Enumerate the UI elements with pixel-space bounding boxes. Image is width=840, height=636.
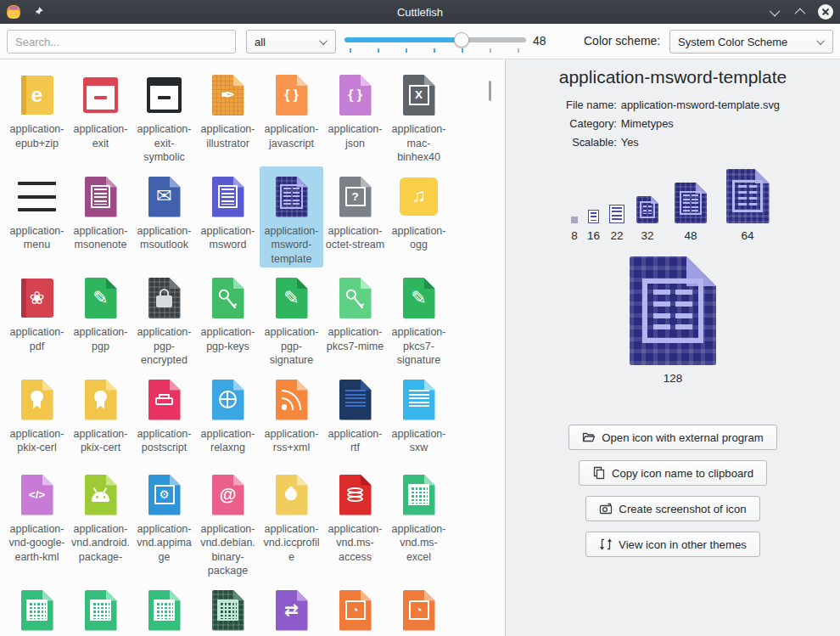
- grid-item[interactable]: @application-vnd.debian.binary-package: [196, 464, 260, 580]
- grid-item-label: application-vnd.ms-excel: [389, 522, 449, 565]
- grid-item-label: application-epub+zip: [7, 122, 67, 150]
- slider-track[interactable]: [344, 37, 526, 42]
- grid-item-label: application-exit-symbolic: [134, 122, 194, 165]
- grid-item[interactable]: application-rss+xml: [260, 369, 323, 464]
- folder-open-icon: [582, 431, 596, 444]
- grid-item[interactable]: application-sxw: [387, 369, 451, 464]
- copy-name-button[interactable]: Copy icon name to clipboard: [579, 460, 767, 486]
- search-input[interactable]: [7, 30, 236, 53]
- grid-item[interactable]: application-vnd.ms-excel.sheet.m: [132, 580, 196, 636]
- grid-item[interactable]: ❀application-pdf: [5, 267, 69, 369]
- grid-item[interactable]: application-vnd.iccprofile: [260, 464, 323, 580]
- grid-item[interactable]: application-msword: [196, 166, 260, 268]
- copy-icon: [592, 466, 606, 480]
- grid-item[interactable]: eapplication-epub+zip: [5, 65, 69, 166]
- mime-icon: </>: [17, 475, 58, 515]
- grid-item[interactable]: application-postscript: [132, 369, 196, 464]
- grid-item-label: application-exit: [70, 122, 131, 150]
- grid-item[interactable]: application-vnd.ms-excel.sheet.bi: [69, 580, 132, 636]
- grid-item[interactable]: ◔application-vnd.ms-powerpoint: [323, 580, 387, 636]
- mime-icon: ✎: [81, 278, 121, 318]
- grid-item-label: application-menu: [7, 224, 67, 252]
- grid-item[interactable]: ?application-octet-stream: [323, 166, 387, 268]
- grid-item[interactable]: application-pkix-cert: [69, 369, 132, 464]
- grid-item[interactable]: application-pgp-keys: [196, 267, 260, 369]
- mime-icon: e: [17, 75, 58, 115]
- icon-preview-8: 8: [571, 217, 578, 242]
- grid-item[interactable]: application-relaxng: [196, 369, 260, 464]
- slider-thumb[interactable]: [454, 32, 469, 48]
- color-scheme-value: System Color Scheme: [678, 36, 787, 48]
- mime-icon: ✉: [144, 177, 185, 217]
- category-filter-dropdown[interactable]: all: [246, 30, 336, 53]
- grid-item-label: application-vnd.appimage: [134, 522, 194, 565]
- grid-item[interactable]: application-vnd.ms-excel.addin.m: [5, 580, 69, 636]
- mime-icon: [81, 75, 121, 115]
- grid-item[interactable]: application-exit-symbolic: [132, 65, 196, 166]
- slider-value: 48: [533, 34, 546, 48]
- grid-item[interactable]: ♫application-ogg: [387, 166, 451, 268]
- grid-item-label: application-pkix-cert: [70, 427, 131, 455]
- mime-icon: { }: [335, 75, 376, 115]
- window-shade-icon[interactable]: [770, 5, 781, 16]
- field-label: File name:: [566, 98, 617, 111]
- grid-item[interactable]: application-pkcs7-mime: [323, 267, 387, 369]
- window-maximize-icon[interactable]: [795, 8, 806, 19]
- icon-preview-128: [619, 256, 727, 365]
- toolbar: all 48 Color scheme: System Color Scheme: [0, 24, 840, 59]
- view-other-themes-button[interactable]: View icon in other themes: [585, 532, 760, 557]
- grid-item[interactable]: application-rtf: [323, 369, 387, 464]
- grid-item-label: application-postscript: [134, 427, 194, 455]
- screenshot-button[interactable]: Create screenshot of icon: [585, 496, 759, 521]
- mime-icon: X: [399, 75, 440, 115]
- grid-item[interactable]: Xapplication-mac-binhex40: [387, 65, 451, 166]
- detail-panel: application-msword-template File name: a…: [506, 59, 840, 636]
- mime-icon: [81, 475, 121, 515]
- window-title: Cuttlefish: [0, 6, 840, 19]
- swap-icon: [599, 538, 613, 551]
- grid-item[interactable]: ⚙application-vnd.appimage: [132, 464, 196, 580]
- grid-item-label: application-pkcs7-mime: [325, 325, 385, 353]
- grid-item[interactable]: ✎application-pkcs7-signature: [387, 267, 451, 369]
- icon-preview-16: 16: [587, 210, 600, 242]
- grid-item-label: application-vnd.debian.binary-package: [198, 522, 258, 578]
- mime-icon: ⚙: [144, 475, 185, 515]
- icon-size-slider[interactable]: [344, 31, 526, 53]
- grid-item[interactable]: application-pkix-cerl: [5, 369, 69, 464]
- grid-item[interactable]: application-pgp-encrypted: [132, 267, 196, 369]
- cuttlefish-window: Cuttlefish all 48 Color scheme: System C…: [0, 0, 840, 636]
- grid-item[interactable]: application-vnd.ms-excel: [387, 464, 451, 580]
- window-close-button[interactable]: [818, 4, 833, 20]
- grid-item[interactable]: ✎application-pgp-signature: [260, 267, 323, 369]
- grid-item[interactable]: ✒application-illustrator: [196, 65, 260, 166]
- grid-item[interactable]: application-vnd.ms-excel.templat: [196, 580, 260, 636]
- grid-item[interactable]: ✉application-msoutlook: [132, 166, 196, 268]
- size-label: 128: [664, 372, 683, 385]
- grid-item[interactable]: application-vnd.android.package-: [69, 464, 132, 580]
- size-previews: 81622324864: [571, 169, 775, 242]
- grid-item[interactable]: { }application-json: [323, 65, 387, 166]
- grid-item-label: application-msoutlook: [134, 224, 194, 252]
- grid-item-label: application-mac-binhex40: [389, 122, 449, 165]
- mime-icon: [335, 475, 376, 515]
- grid-item[interactable]: </>application-vnd-google-earth-kml: [5, 464, 69, 580]
- grid-item-label: application-pgp-signature: [261, 325, 322, 368]
- grid-item[interactable]: { }application-javascript: [260, 65, 323, 166]
- size-label: 16: [587, 229, 600, 242]
- grid-item[interactable]: ✎application-pgp: [69, 267, 132, 369]
- icon-preview-64: 64: [720, 169, 775, 242]
- grid-item[interactable]: application-exit: [69, 65, 132, 166]
- grid-item[interactable]: application-vnd.ms-access: [323, 464, 387, 580]
- color-scheme-dropdown[interactable]: System Color Scheme: [669, 30, 833, 53]
- grid-item[interactable]: ⇄application-vnd.ms-infopath: [260, 580, 323, 636]
- grid-item[interactable]: application-menu: [5, 166, 69, 268]
- mime-icon: ◔: [335, 590, 376, 631]
- grid-item[interactable]: application-msword-template: [260, 166, 323, 268]
- pin-icon[interactable]: [32, 6, 44, 18]
- grid-item[interactable]: application-msonenote: [69, 166, 132, 268]
- grid-item-label: application-relaxng: [198, 427, 258, 455]
- open-external-button[interactable]: Open icon with external program: [568, 425, 777, 450]
- grid-item[interactable]: ◔application-vnd.ms-powerpoint.a: [387, 580, 451, 636]
- grid-scrollbar[interactable]: [489, 81, 491, 101]
- mime-icon: [208, 380, 249, 420]
